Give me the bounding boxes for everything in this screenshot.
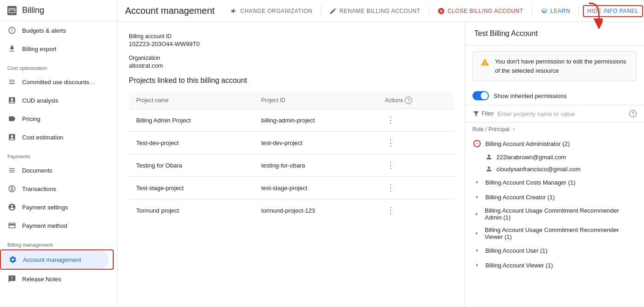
close-billing-icon [437,7,445,15]
separator-1 [321,6,321,16]
filter-help-icon[interactable]: ? [629,110,637,117]
three-dots-menu[interactable]: ⋮ [385,182,396,193]
col-project-name: Project name [129,92,254,109]
billing-header-icon [7,6,17,15]
sidebar-item-cud-analysis[interactable]: CUD analysis [0,91,114,110]
role-name: Billing Account Viewer (1) [485,262,553,269]
expand-icon[interactable] [472,229,481,238]
close-account-label: CLOSE BILLING ACCOUNT [448,8,523,14]
change-org-button[interactable]: CHANGE ORGANIZATION [226,5,317,17]
role-name: Billing Account Usage Commitment Recomme… [485,226,637,240]
expanded-circle [473,140,481,147]
separator-2 [429,6,429,16]
rename-button[interactable]: RENAME BILLING ACCOUNT [325,5,425,17]
three-dots-menu[interactable]: ⋮ [385,160,396,171]
actions-cell: ⋮ [378,177,454,199]
organization-section: Organization altostrat.com [129,55,454,69]
expand-icon[interactable] [472,178,482,187]
filter-row: Filter ? [465,105,644,122]
role-item[interactable]: Billing Account Viewer (1) [465,258,644,272]
svg-rect-0 [9,8,15,12]
warning-triangle-icon [480,58,489,67]
sidebar-item-label: Payment settings [22,204,68,211]
payments-label: Payments [0,146,117,161]
three-dots-menu[interactable]: ⋮ [385,205,396,216]
sidebar-item-billing-export[interactable]: Billing export [0,40,114,58]
sidebar-item-payment-method[interactable]: Payment method [0,216,114,235]
filter-input[interactable] [498,110,626,117]
project-name-cell: Tormund project [129,199,254,222]
role-name: Billing Account Creator (1) [485,194,555,201]
warning-box: You don't have permission to edit the pe… [472,51,637,81]
organization-value: altostrat.com [129,62,454,69]
three-dots-menu[interactable]: ⋮ [385,137,396,148]
sidebar-item-pricing[interactable]: Pricing [0,110,114,128]
sidebar-item-label: Cost estimation [22,134,63,141]
role-item[interactable]: Billing Account Usage Commitment Recomme… [465,224,644,243]
role-item[interactable]: Billing Account Creator (1) [465,190,644,204]
sidebar-item-account-management[interactable]: Account management [1,250,109,269]
sidebar-item-cost-estimation[interactable]: Cost estimation [0,128,114,146]
learn-button[interactable]: LEARN [536,5,575,17]
separator-4 [579,6,579,16]
expand-icon[interactable] [472,192,482,202]
project-name-cell: Test-stage-project [129,177,254,199]
topbar-actions: CHANGE ORGANIZATION RENAME BILLING ACCOU… [226,5,644,17]
org-icon [230,7,238,15]
show-inherited-toggle[interactable] [472,91,489,100]
role-principal-header: Role / Principal ↑ [472,126,637,133]
role-item[interactable]: Billing Account Usage Commitment Recomme… [465,204,644,224]
role-item[interactable]: Billing Account Costs Manager (1) [465,175,644,190]
learn-label: LEARN [551,8,570,14]
role-principal-label: Role / Principal [472,126,510,133]
app-title: Billing [22,6,44,15]
role-item[interactable]: Billing Account Administrator (2) [465,136,644,151]
role-member: 222larabrown@gmail.com [465,151,644,163]
table-row: Testing for Obara testing-for-obara ⋮ [129,154,454,177]
edit-icon [329,7,337,15]
col-actions: Actions ? [378,92,454,109]
pricing-icon [7,114,17,123]
filter-label: Filter [482,110,494,117]
actions-cell: ⋮ [378,132,454,154]
actions-cell: ⋮ [378,109,454,132]
three-dots-menu[interactable]: ⋮ [385,115,396,126]
projects-section-title: Projects linked to this billing account [129,76,454,85]
hide-info-panel-button[interactable]: HIDE INFO PANEL [583,5,643,17]
project-id-cell: testing-for-obara [254,154,378,177]
member-email: 222larabrown@gmail.com [496,154,566,161]
sidebar-item-committed-use[interactable]: Committed use discounts… [0,73,114,91]
sidebar-item-label: Release Notes [22,276,61,283]
sidebar-item-release-notes[interactable]: Release Notes [0,270,114,288]
role-name: Billing Account Costs Manager (1) [485,179,575,186]
actions-help-icon[interactable]: ? [405,97,412,104]
payment-icon [7,221,17,230]
sidebar-item-payment-settings[interactable]: Payment settings [0,198,114,216]
sidebar-item-documents[interactable]: Documents [0,161,114,180]
project-name-cell: Test-dev-project [129,132,254,154]
change-org-label: CHANGE ORGANIZATION [241,8,313,14]
sidebar-item-label: Committed use discounts… [22,79,95,86]
sidebar-item-label: CUD analysis [22,97,58,104]
role-item[interactable]: Billing Account User (1) [465,243,644,258]
billing-account-id-section: Billing account ID 10ZZ23-203O44-WW99T0 [129,33,454,47]
cud-icon [7,96,17,105]
project-id-cell: billing-admin-project [254,109,378,132]
committed-icon [7,77,17,87]
expand-icon[interactable] [472,261,482,270]
hide-panel-label: HIDE INFO PANEL [587,8,638,14]
show-inherited-label: Show inherited permissions [494,93,567,99]
close-account-button[interactable]: CLOSE BILLING ACCOUNT [433,5,528,17]
sidebar-item-budgets-alerts[interactable]: Budgets & alerts [0,21,114,40]
expand-icon[interactable] [472,246,482,255]
info-panel-body: You don't have permission to edit the pe… [465,46,644,307]
sidebar: Billing Budgets & alerts Billing export … [0,0,118,307]
expand-icon[interactable] [472,209,481,219]
sidebar-item-transactions[interactable]: Transactions [0,180,114,198]
sort-arrow-icon[interactable]: ↑ [512,126,515,133]
main-area: Account management CHANGE ORGANIZATION R… [118,0,644,307]
sidebar-item-label: Documents [22,167,52,174]
role-name: Billing Account Usage Commitment Recomme… [485,207,637,221]
show-inherited-row: Show inherited permissions [465,87,644,105]
expand-icon[interactable] [472,139,482,148]
